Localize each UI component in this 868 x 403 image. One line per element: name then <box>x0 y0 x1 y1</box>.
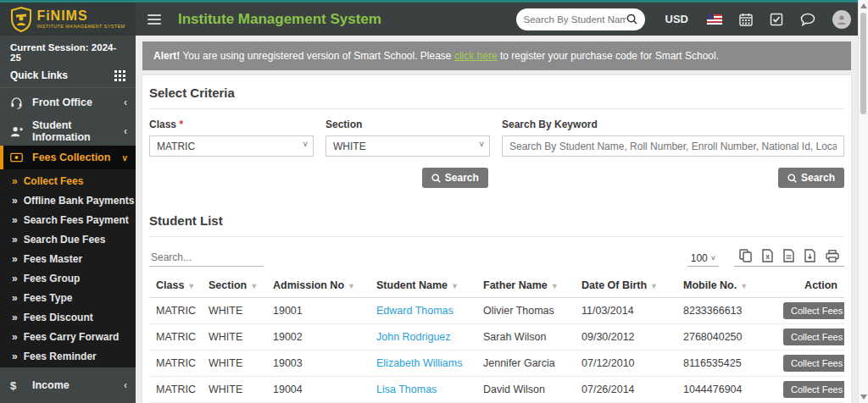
sidebar: Current Session: 2024-25 Quick Links Fro… <box>0 36 136 403</box>
select-criteria-heading: Select Criteria <box>149 84 844 109</box>
required-mark: * <box>179 119 183 130</box>
sidebar-item-expenses[interactable]: Expenses ‹ <box>0 400 136 403</box>
sidebar-subitem-fees-master[interactable]: »Fees Master <box>0 249 136 268</box>
subitem-label: Fees Group <box>24 273 81 284</box>
sidebar-item-fees-collection[interactable]: Fees Collection v <box>0 146 136 169</box>
chevron-left-icon: ‹ <box>124 97 127 108</box>
search-icon[interactable] <box>626 14 637 25</box>
sort-icon: ▼ <box>650 282 658 290</box>
sidebar-subitem-fees-group[interactable]: »Fees Group <box>0 268 136 288</box>
sidebar-subitem-fees-type[interactable]: »Fees Type <box>0 288 136 307</box>
us-flag-icon[interactable] <box>707 14 722 25</box>
double-chevron-icon: » <box>12 292 18 304</box>
scroll-up-arrow-icon[interactable] <box>860 3 867 8</box>
col-mobile-no[interactable]: Mobile No.▼ <box>676 273 776 298</box>
fees-collection-submenu: »Collect Fees »Offline Bank Payments »Se… <box>0 169 136 367</box>
collect-fees-button[interactable]: Collect Fees <box>783 355 844 372</box>
search-icon <box>431 174 441 183</box>
page: FiNIMS INSTITUTE MANAGEMENT SYSTEM Insti… <box>0 0 868 403</box>
double-chevron-icon: » <box>12 234 18 246</box>
table-row: MATRIC WHITE 19002 John Rodriguez Sarah … <box>149 324 844 351</box>
copy-icon[interactable] <box>739 249 752 262</box>
chevron-left-icon: ‹ <box>124 125 127 137</box>
sidebar-item-front-office[interactable]: Front Office ‹ <box>0 88 136 117</box>
search-button[interactable]: Search <box>422 168 488 188</box>
content-card: Select Criteria Class * MATRIC ˅ Section… <box>142 75 851 403</box>
collect-fees-button[interactable]: Collect Fees <box>783 302 844 319</box>
col-date-of-birth[interactable]: Date Of Birth▼ <box>575 273 676 298</box>
user-avatar[interactable] <box>832 10 851 29</box>
tasks-icon[interactable] <box>770 13 783 26</box>
topbar-search-input[interactable] <box>524 14 626 25</box>
subitem-label: Fees Type <box>24 292 73 304</box>
student-name-link[interactable]: Edward Thomas <box>376 305 453 317</box>
double-chevron-icon: » <box>12 273 18 284</box>
sidebar-subitem-offline-bank-payments[interactable]: »Offline Bank Payments <box>0 190 136 210</box>
menu-toggle-icon[interactable] <box>147 12 161 27</box>
col-admission-no[interactable]: Admission No▼ <box>266 273 370 298</box>
section-select[interactable]: WHITE <box>326 135 490 157</box>
topbar-search <box>516 8 645 30</box>
col-student-name[interactable]: Student Name▼ <box>370 273 476 298</box>
click-here-link[interactable]: click here <box>454 50 498 62</box>
scrollbar-thumb[interactable] <box>860 13 866 114</box>
banknote-icon <box>10 152 27 163</box>
sidebar-subitem-search-fees-payment[interactable]: »Search Fees Payment <box>0 210 136 229</box>
logo-subtitle: INSTITUTE MANAGEMENT SYSTEM <box>36 25 125 30</box>
collect-fees-button[interactable]: Collect Fees <box>783 328 844 345</box>
sidebar-subitem-collect-fees[interactable]: »Collect Fees <box>0 171 136 190</box>
student-name-link[interactable]: Lisa Thomas <box>376 384 437 395</box>
double-chevron-icon: » <box>12 253 18 265</box>
keyword-label: Search By Keyword <box>502 119 844 130</box>
shield-logo-icon <box>10 7 32 32</box>
table-search-input[interactable] <box>149 249 264 267</box>
table-row: MATRIC WHITE 19001 Edward Thomas Olivier… <box>149 298 844 324</box>
subitem-label: Collect Fees <box>24 175 84 187</box>
subitem-label: Search Due Fees <box>24 234 106 246</box>
person-add-icon <box>10 125 27 138</box>
excel-icon[interactable]: X <box>762 249 773 262</box>
sidebar-item-label: Front Office <box>32 97 124 108</box>
csv-icon[interactable] <box>783 249 794 262</box>
quick-links[interactable]: Quick Links <box>10 69 125 81</box>
sidebar-subitem-fees-carry-forward[interactable]: »Fees Carry Forward <box>0 327 136 346</box>
table-row: MATRIC WHITE 19003 Elizabeth Williams Je… <box>149 351 844 377</box>
col-class[interactable]: Class▼ <box>149 273 202 298</box>
keyword-search-button[interactable]: Search <box>778 168 844 188</box>
collect-fees-button[interactable]: Collect Fees <box>783 381 844 398</box>
currency-label[interactable]: USD <box>665 13 688 25</box>
page-size-select[interactable]: 100˅ <box>687 251 719 267</box>
svg-text:X: X <box>765 254 770 260</box>
sidebar-item-label: Fees Collection <box>32 152 122 163</box>
chevron-down-icon: ˅ <box>711 254 715 262</box>
subitem-label: Fees Master <box>24 253 82 265</box>
subitem-label: Offline Bank Payments <box>24 195 135 207</box>
chat-icon[interactable] <box>800 13 815 26</box>
double-chevron-icon: » <box>12 351 18 362</box>
double-chevron-icon: » <box>12 195 18 207</box>
col-action: Action <box>776 273 844 298</box>
app-logo[interactable]: FiNIMS INSTITUTE MANAGEMENT SYSTEM <box>0 3 136 36</box>
scroll-down-arrow-icon[interactable] <box>860 395 867 400</box>
keyword-input[interactable] <box>502 135 844 157</box>
print-icon[interactable] <box>826 250 839 262</box>
col-father-name[interactable]: Father Name▼ <box>476 273 575 298</box>
dollar-icon: $ <box>10 379 27 392</box>
sidebar-subitem-search-due-fees[interactable]: »Search Due Fees <box>0 229 136 249</box>
chevron-down-icon: v <box>122 153 127 163</box>
col-section[interactable]: Section▼ <box>202 273 266 298</box>
pdf-icon[interactable] <box>804 249 815 262</box>
student-name-link[interactable]: Elizabeth Williams <box>376 357 462 369</box>
sidebar-item-income[interactable]: $ Income ‹ <box>0 371 136 400</box>
double-chevron-icon: » <box>12 312 18 323</box>
vertical-scrollbar[interactable] <box>858 0 868 403</box>
sidebar-item-student-information[interactable]: Student Information ‹ <box>0 117 136 146</box>
sidebar-subitem-fees-discount[interactable]: »Fees Discount <box>0 307 136 327</box>
table-row: MATRIC WHITE 19004 Lisa Thomas David Wil… <box>149 377 844 403</box>
class-select[interactable]: MATRIC <box>149 135 314 157</box>
student-name-link[interactable]: John Rodriguez <box>376 331 451 343</box>
sidebar-subitem-fees-reminder[interactable]: »Fees Reminder <box>0 346 136 366</box>
calendar-icon[interactable] <box>739 13 753 26</box>
table-header-row: Class▼ Section▼ Admission No▼ Student Na… <box>149 273 844 298</box>
sort-icon: ▼ <box>250 282 258 290</box>
